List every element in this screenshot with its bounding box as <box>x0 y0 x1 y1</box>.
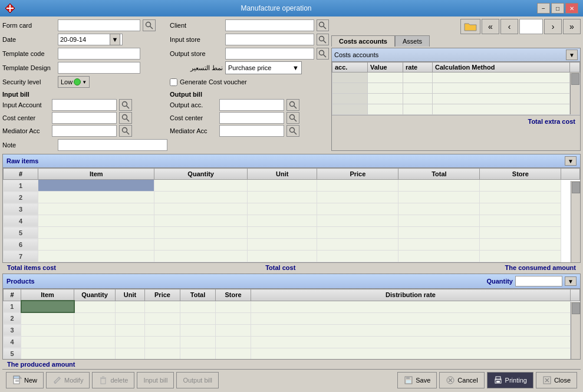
raw-items-cell[interactable] <box>38 192 154 203</box>
products-cell[interactable] <box>145 336 180 348</box>
cancel-button[interactable]: Cancel <box>439 372 484 388</box>
raw-items-cell[interactable] <box>38 251 154 262</box>
raw-items-collapse-button[interactable]: ▼ <box>565 156 577 166</box>
raw-items-cell[interactable] <box>480 203 561 215</box>
mediator-acc-search-button[interactable] <box>119 125 132 137</box>
products-cell[interactable] <box>180 312 216 324</box>
products-cell[interactable] <box>74 301 116 312</box>
window-close-button[interactable]: ✕ <box>565 3 578 14</box>
generate-cost-checkbox[interactable] <box>170 78 177 86</box>
printing-button[interactable]: Printing <box>487 372 533 388</box>
date-input[interactable]: 20-09-14 ▼ <box>58 34 123 45</box>
raw-items-cell[interactable] <box>154 227 248 239</box>
products-cell[interactable] <box>216 324 251 336</box>
products-cell[interactable] <box>251 312 571 324</box>
tab-costs-accounts[interactable]: Costs accounts <box>331 35 395 47</box>
raw-items-cell[interactable] <box>398 215 480 227</box>
mediator-acc2-input[interactable] <box>219 125 284 137</box>
products-cell[interactable] <box>74 324 116 336</box>
raw-items-cell[interactable] <box>154 203 248 215</box>
new-button[interactable]: New <box>6 372 44 388</box>
products-cell[interactable] <box>145 312 180 324</box>
raw-items-cell[interactable] <box>398 239 480 251</box>
raw-items-cell[interactable] <box>398 180 480 192</box>
output-store-input[interactable] <box>225 48 314 60</box>
output-bill-button[interactable]: Output bill <box>176 372 219 388</box>
raw-items-cell[interactable] <box>248 203 317 215</box>
raw-items-cell[interactable] <box>317 180 398 192</box>
products-collapse-button[interactable]: ▼ <box>565 276 577 286</box>
cost-center2-input[interactable] <box>219 112 284 124</box>
products-cell[interactable] <box>21 348 74 360</box>
input-store-search-button[interactable] <box>317 34 329 45</box>
products-cell[interactable] <box>116 301 145 312</box>
raw-items-cell[interactable] <box>480 215 561 227</box>
output-store-search-button[interactable] <box>317 48 329 60</box>
products-cell[interactable] <box>216 312 251 324</box>
minimize-button[interactable]: − <box>537 3 550 14</box>
date-dropdown-button[interactable]: ▼ <box>110 34 120 45</box>
products-cell[interactable] <box>74 348 116 360</box>
input-account-search-button[interactable] <box>119 99 132 111</box>
products-cell[interactable] <box>216 301 251 312</box>
products-cell[interactable] <box>21 301 74 312</box>
raw-items-cell[interactable] <box>317 251 398 262</box>
raw-items-cell[interactable] <box>38 215 154 227</box>
raw-items-cell[interactable] <box>154 192 248 203</box>
products-cell[interactable] <box>116 324 145 336</box>
nav-first-button[interactable]: « <box>482 19 499 34</box>
pricing-dropdown[interactable]: Purchase price ▼ <box>225 61 302 74</box>
raw-items-cell[interactable] <box>398 203 480 215</box>
raw-items-cell[interactable] <box>480 239 561 251</box>
raw-items-cell[interactable] <box>480 227 561 239</box>
raw-items-cell[interactable] <box>317 203 398 215</box>
products-cell[interactable] <box>21 324 74 336</box>
mediator-acc-input[interactable] <box>52 125 117 137</box>
products-cell[interactable] <box>180 348 216 360</box>
input-account-input[interactable] <box>52 99 117 111</box>
products-cell[interactable] <box>180 301 216 312</box>
products-cell[interactable] <box>216 336 251 348</box>
output-acc-input[interactable] <box>219 99 284 111</box>
products-cell[interactable] <box>74 336 116 348</box>
raw-items-cell[interactable] <box>317 192 398 203</box>
cost-center2-search-button[interactable] <box>286 112 299 124</box>
delete-button[interactable]: delete <box>92 372 134 388</box>
raw-items-cell[interactable] <box>154 180 248 192</box>
products-cell[interactable] <box>21 336 74 348</box>
close-button[interactable]: Close <box>536 372 577 388</box>
maximize-button[interactable]: □ <box>551 3 564 14</box>
raw-items-cell[interactable] <box>38 227 154 239</box>
nav-page-input[interactable]: 0 <box>519 19 543 34</box>
form-card-search-button[interactable] <box>143 19 156 31</box>
products-cell[interactable] <box>180 336 216 348</box>
input-store-input[interactable] <box>225 34 314 45</box>
security-dropdown[interactable]: Low ▼ <box>58 76 90 88</box>
raw-items-cell[interactable] <box>317 239 398 251</box>
raw-items-cell[interactable] <box>248 180 317 192</box>
output-acc-search-button[interactable] <box>286 99 299 111</box>
products-cell[interactable] <box>251 324 571 336</box>
save-button[interactable]: Save <box>397 372 437 388</box>
raw-items-cell[interactable] <box>38 180 154 192</box>
products-cell[interactable] <box>145 301 180 312</box>
raw-items-cell[interactable] <box>398 251 480 262</box>
mediator-acc2-search-button[interactable] <box>286 125 299 137</box>
products-cell[interactable] <box>116 336 145 348</box>
products-cell[interactable] <box>116 312 145 324</box>
products-scrollbar[interactable] <box>571 302 580 359</box>
raw-items-cell[interactable] <box>38 239 154 251</box>
raw-items-cell[interactable] <box>480 251 561 262</box>
products-cell[interactable] <box>116 348 145 360</box>
products-cell[interactable] <box>145 324 180 336</box>
client-input[interactable] <box>225 19 314 31</box>
products-cell[interactable] <box>251 301 571 312</box>
quantity-input[interactable] <box>515 276 562 286</box>
products-cell[interactable] <box>21 312 74 324</box>
raw-items-cell[interactable] <box>248 215 317 227</box>
products-cell[interactable] <box>251 348 571 360</box>
raw-items-cell[interactable] <box>248 227 317 239</box>
template-code-input[interactable] <box>58 48 140 60</box>
raw-items-scrollbar[interactable] <box>571 181 580 262</box>
raw-items-cell[interactable] <box>154 215 248 227</box>
